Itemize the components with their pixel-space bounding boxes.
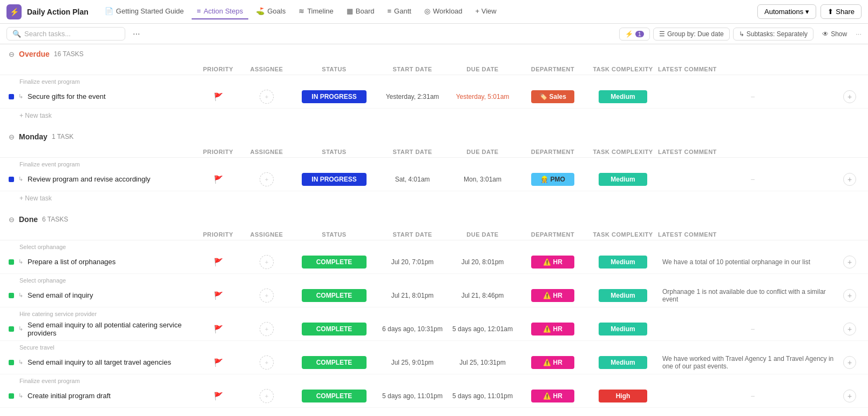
subtask-icon: ↳ bbox=[18, 93, 23, 100]
avatar[interactable]: + bbox=[260, 172, 274, 186]
avatar[interactable]: + bbox=[260, 322, 274, 336]
priority-flag-blue[interactable]: 🚩 bbox=[214, 325, 223, 333]
status-badge[interactable]: IN PROGRESS bbox=[302, 90, 367, 103]
board-icon: ▦ bbox=[347, 7, 353, 15]
complexity-cell: Medium bbox=[588, 323, 658, 336]
add-col-button[interactable]: + bbox=[843, 390, 859, 402]
show-button[interactable]: 👁 Show bbox=[817, 28, 852, 40]
add-col-button[interactable]: + bbox=[843, 289, 859, 302]
task-name-text[interactable]: Send email inquiry to all target travel … bbox=[28, 358, 171, 366]
tab-workload[interactable]: ◎ Workload bbox=[419, 4, 468, 19]
comment-cell: – bbox=[658, 392, 843, 400]
done-task-parent-3: Secure travel bbox=[0, 341, 868, 351]
complexity-badge[interactable]: Medium bbox=[599, 356, 647, 369]
avatar[interactable]: + bbox=[260, 355, 274, 370]
task-color-dot bbox=[9, 393, 14, 399]
status-badge[interactable]: COMPLETE bbox=[302, 323, 367, 336]
tab-gantt[interactable]: ≡ Gantt bbox=[382, 4, 417, 19]
status-badge[interactable]: COMPLETE bbox=[302, 390, 367, 402]
monday-add-task[interactable]: + New task bbox=[0, 191, 868, 205]
filter-badge: 1 bbox=[635, 31, 644, 37]
tab-action[interactable]: ≡ Action Steps bbox=[192, 4, 249, 19]
avatar[interactable]: + bbox=[260, 389, 274, 403]
due-date-cell: Jul 25, 10:31pm bbox=[447, 359, 518, 366]
subtasks-button[interactable]: ↳ Subtasks: Separately bbox=[733, 28, 813, 41]
status-badge[interactable]: COMPLETE bbox=[302, 256, 367, 269]
section-monday: ⊖ Monday 1 TASK PRIORITY ASSIGNEE STATUS… bbox=[0, 127, 868, 205]
priority-flag-yellow[interactable]: 🚩 bbox=[214, 392, 223, 400]
priority-flag-blue[interactable]: 🚩 bbox=[214, 291, 223, 300]
complexity-badge[interactable]: Medium bbox=[599, 256, 647, 269]
done-task-parent-2: Hire catering service provider bbox=[0, 307, 868, 317]
task-name-text[interactable]: Send email inquiry to all potential cate… bbox=[28, 321, 194, 337]
tab-timeline[interactable]: ≋ Timeline bbox=[293, 4, 339, 19]
gantt-icon: ≡ bbox=[388, 7, 392, 15]
task-name-text[interactable]: Secure gifts for the event bbox=[28, 92, 106, 100]
monday-collapse-icon[interactable]: ⊖ bbox=[9, 133, 15, 141]
col-start-0: START DATE bbox=[377, 66, 447, 72]
col-start-1: START DATE bbox=[377, 149, 447, 155]
col-assignee-0: ASSIGNEE bbox=[242, 66, 291, 72]
group-by-button[interactable]: ☰ Group by: Due date bbox=[653, 28, 730, 41]
toolbar-options-icon[interactable]: ··· bbox=[856, 30, 862, 38]
avatar[interactable]: + bbox=[260, 255, 274, 269]
tab-goals[interactable]: ⛳ Goals bbox=[250, 4, 291, 19]
goals-icon: ⛳ bbox=[256, 7, 265, 15]
complexity-cell: Medium bbox=[588, 256, 658, 269]
tab-view[interactable]: + View bbox=[470, 4, 502, 19]
add-col-button[interactable]: + bbox=[843, 256, 859, 269]
dept-badge[interactable]: ⚠️ HR bbox=[531, 390, 574, 402]
avatar[interactable]: + bbox=[260, 288, 274, 303]
priority-cell: 🚩 bbox=[194, 325, 242, 333]
done-collapse-icon[interactable]: ⊖ bbox=[9, 216, 15, 224]
assignee-cell: + bbox=[242, 255, 291, 269]
task-name-text[interactable]: Prepare a list of orphanages bbox=[28, 258, 116, 266]
share-button[interactable]: ⬆ Share bbox=[820, 4, 862, 19]
overdue-collapse-icon[interactable]: ⊖ bbox=[9, 50, 15, 58]
priority-flag-blue[interactable]: 🚩 bbox=[214, 358, 223, 367]
add-col-button[interactable]: + bbox=[843, 173, 859, 186]
add-col-button[interactable]: + bbox=[843, 323, 859, 336]
dept-badge[interactable]: ⚠️ HR bbox=[531, 256, 574, 269]
complexity-badge[interactable]: Medium bbox=[599, 90, 647, 103]
tab-guide[interactable]: 📄 Getting Started Guide bbox=[99, 4, 189, 19]
tab-guide-label: Getting Started Guide bbox=[116, 7, 184, 15]
complexity-badge[interactable]: Medium bbox=[599, 289, 647, 302]
status-badge[interactable]: IN PROGRESS bbox=[302, 173, 367, 186]
status-cell: COMPLETE bbox=[291, 289, 377, 302]
priority-flag-yellow[interactable]: 🚩 bbox=[214, 258, 223, 266]
task-color-dot bbox=[9, 94, 14, 99]
status-badge[interactable]: COMPLETE bbox=[302, 289, 367, 302]
priority-flag-blue[interactable]: 🚩 bbox=[214, 175, 223, 184]
avatar[interactable]: + bbox=[260, 90, 274, 104]
overdue-add-task[interactable]: + New task bbox=[0, 109, 868, 123]
task-name-text[interactable]: Create initial program draft bbox=[28, 392, 111, 400]
priority-cell: 🚩 bbox=[194, 175, 242, 184]
complexity-badge[interactable]: Medium bbox=[599, 323, 647, 336]
task-color-dot bbox=[9, 360, 14, 365]
dept-badge[interactable]: 🏷️ Sales bbox=[531, 90, 574, 103]
task-color-dot bbox=[9, 177, 14, 182]
toolbar-more-button[interactable]: ··· bbox=[130, 28, 143, 40]
automations-button[interactable]: Automations ▾ bbox=[757, 4, 816, 19]
task-name-text[interactable]: Review program and revise accordingly bbox=[28, 175, 151, 183]
filter-button[interactable]: ⚡ 1 bbox=[619, 28, 650, 41]
add-col-button[interactable]: + bbox=[843, 90, 859, 103]
complexity-badge[interactable]: High bbox=[599, 390, 647, 402]
dept-badge[interactable]: ⚠️ HR bbox=[531, 323, 574, 336]
priority-flag-blue[interactable]: 🚩 bbox=[214, 92, 223, 101]
assignee-cell: + bbox=[242, 172, 291, 186]
timeline-icon: ≋ bbox=[299, 7, 304, 15]
complexity-badge[interactable]: Medium bbox=[599, 173, 647, 186]
search-box[interactable]: 🔍 Search tasks... bbox=[6, 27, 125, 41]
dept-badge[interactable]: 👷 PMO bbox=[531, 173, 574, 186]
add-col-button[interactable]: + bbox=[843, 356, 859, 369]
done-task-parent-4: Finalize event program bbox=[0, 374, 868, 384]
task-name-text[interactable]: Send email of inquiry bbox=[28, 291, 93, 299]
dept-badge[interactable]: ⚠️ HR bbox=[531, 289, 574, 302]
status-badge[interactable]: COMPLETE bbox=[302, 356, 367, 369]
table-row: ↳ Secure gifts for the event 🚩 + IN PROG… bbox=[0, 85, 868, 109]
dept-badge[interactable]: ⚠️ HR bbox=[531, 356, 574, 369]
tab-board[interactable]: ▦ Board bbox=[341, 4, 380, 19]
table-row: ↳ Send email inquiry to all potential ca… bbox=[0, 317, 868, 341]
